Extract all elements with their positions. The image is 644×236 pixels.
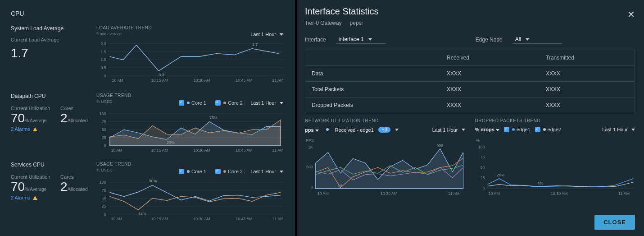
column-received: Received [440,50,540,65]
chevron-down-icon [280,102,283,104]
svg-text:10:30  AM: 10:30 AM [193,148,210,153]
legend-series: Received - edge1 [335,127,374,133]
svg-text:0: 0 [104,143,106,148]
time-range-dropdown[interactable]: Last 1 Hour [432,127,465,133]
warning-icon [33,127,37,131]
table-header-row: Received Transmitted [305,50,635,66]
svg-text:500: 500 [306,165,313,169]
svg-text:24%: 24% [496,173,504,177]
load-average-chart: 0 0.5 1.0 1.5 2.0 10 AM 10:15 AM 10:30 A… [96,38,283,83]
svg-text:PPS: PPS [306,138,314,143]
table-row: Data XXXX XXXX [305,66,635,82]
table-row: Total Packets XXXX XXXX [305,82,635,97]
time-range-label: Last 1 Hour [250,32,276,37]
svg-text:1.0: 1.0 [100,57,106,62]
svg-text:90%: 90% [149,179,157,183]
cores-allocated: Cores 2Allocated [60,174,88,194]
chevron-down-icon[interactable] [395,129,399,131]
svg-text:10:15 AM: 10:15 AM [151,78,168,83]
svg-text:100: 100 [100,111,106,116]
close-button[interactable]: CLOSE [594,215,635,230]
trend-title: DROPPED PACKETS TREND [475,118,635,123]
trend-title: LOAD AVERAGE TREND [96,25,152,30]
datapath-cpu-chart: 0 25 50 75 100 10 AM 10:15 AM 10:30 AM 1… [96,106,283,153]
alarms-link[interactable]: 2 Alarms [11,195,37,200]
dot-icon [326,128,329,131]
svg-text:10:45 AM: 10:45 AM [236,217,253,221]
chevron-down-icon [315,130,319,132]
cpu-panel: CPU System Load Average Current Load Ave… [0,0,295,236]
panel-title: Interface Statistics [305,6,378,17]
svg-text:10 AM: 10 AM [111,217,122,221]
dropped-packets-chart: % 100 75 50 25 0 10 AM 10:30 AM 11 AM 24… [475,137,635,199]
dropped-packets-trend: DROPPED PACKETS TREND % drops edge1 edge… [475,118,635,204]
edge-node-label: Edge Node [476,37,503,43]
system-load-section: System Load Average Current Load Average… [11,25,288,85]
chevron-down-icon [631,129,635,131]
svg-text:0.3: 0.3 [159,73,164,77]
svg-text:11 AM: 11 AM [272,78,283,83]
svg-text:1.5: 1.5 [100,50,106,54]
trend-title: USAGE TREND [96,162,132,167]
chevron-down-icon [368,38,372,41]
close-icon[interactable]: ✕ [627,9,635,20]
edge-node-dropdown[interactable]: All [512,35,562,44]
svg-text:0.5: 0.5 [100,65,106,70]
time-range-dropdown[interactable]: Last 1 Hour [602,127,635,132]
legend-core1-toggle[interactable]: Core 1 [179,100,206,106]
trend-title: NETWORK UTILIZATION TREND [305,118,465,123]
panel-title: CPU [11,10,24,17]
svg-text:100: 100 [100,180,106,185]
more-series-pill[interactable]: +3 [378,127,390,133]
svg-text:75: 75 [480,155,485,159]
current-load-label: Current Load Average [11,37,59,42]
trend-subtitle: % USED [96,99,113,104]
interface-statistics-panel: Interface Statistics Tier-0 Gatewaypepsi… [297,0,644,236]
cores-allocated: Cores 2Allocated [60,106,88,125]
time-range-dropdown[interactable]: Last 1 Hour [245,169,283,174]
current-load-value: 1.7 [11,46,28,60]
svg-text:10:45 AM: 10:45 AM [236,148,253,153]
unit-dropdown[interactable]: % drops [475,127,499,132]
section-header: Services CPU [11,162,45,168]
breadcrumb: Tier-0 Gatewaypepsi [305,20,363,26]
chart-legend: Core 1 Core 2 [179,100,243,106]
table-row: Dropped Packets XXXX XXXX [305,97,635,113]
svg-text:50: 50 [102,196,106,200]
interface-dropdown[interactable]: interface 1 [336,35,385,44]
warning-icon [33,196,37,200]
legend-core1-toggle[interactable]: Core 1 [179,169,206,174]
svg-text:1K: 1K [308,145,313,149]
svg-text:10 AM: 10 AM [488,191,499,196]
section-header: System Load Average [11,25,63,32]
svg-text:18: 18 [338,184,342,188]
svg-text:75: 75 [102,188,106,193]
svg-text:11 AM: 11 AM [448,191,459,196]
legend-core2-toggle[interactable]: Core 2 [215,100,243,106]
legend-edge1-toggle[interactable]: edge1 [504,127,531,132]
chart-legend: Core 1 Core 2 [179,169,243,174]
svg-text:%: % [476,138,479,143]
chevron-down-icon [280,171,283,173]
current-utilization: Current Utilization 70% Average [11,174,50,194]
svg-text:11 AM: 11 AM [272,148,283,153]
time-range-dropdown[interactable]: Last 1 Hour [245,100,283,106]
svg-text:75: 75 [102,120,106,124]
legend-edge2-toggle[interactable]: edge2 [535,127,562,132]
svg-text:998: 998 [436,143,443,148]
svg-text:25: 25 [102,135,106,140]
legend-core2-toggle[interactable]: Core 2 [215,169,243,174]
svg-text:10:15 AM: 10:15 AM [151,148,168,153]
time-range-dropdown[interactable]: Last 1 Hour [250,32,283,37]
svg-text:10:30  AM: 10:30 AM [550,191,567,196]
chevron-down-icon [526,38,529,41]
svg-text:50: 50 [102,127,106,132]
datapath-cpu-section: Datapath CPU Current Utilization 70% Ave… [11,93,288,155]
svg-text:10 AM: 10 AM [112,78,123,83]
alarms-link[interactable]: 2 Alarms [11,126,37,132]
svg-text:10:30  AM: 10:30 AM [193,78,210,83]
svg-text:0: 0 [482,186,485,190]
svg-text:10 AM: 10 AM [317,191,329,196]
svg-text:11 AM: 11 AM [618,191,629,196]
unit-dropdown[interactable]: pps [305,127,319,133]
